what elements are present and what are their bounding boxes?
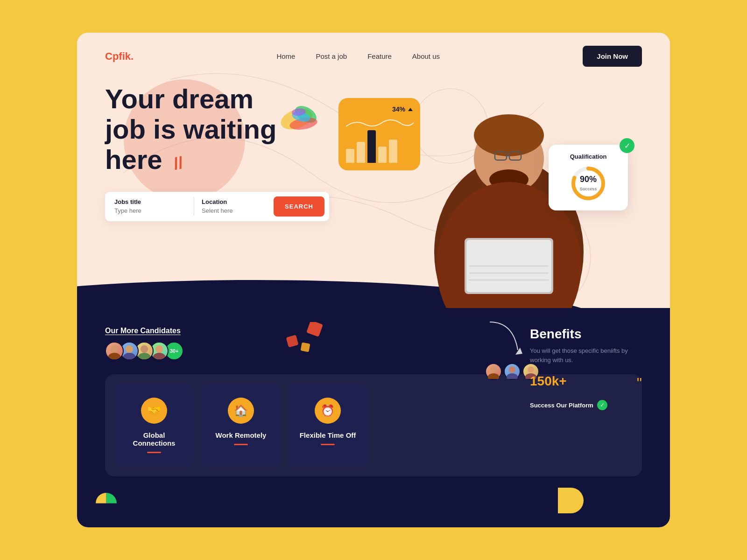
stats-top: 34% [346,105,413,113]
success-platform: Success Our Platform ✓ [530,400,642,410]
bar-5 [389,140,397,163]
jobs-title-label: Jobs title [114,198,186,205]
cubes-decoration [282,322,329,361]
svg-point-28 [123,353,136,359]
page-wrapper: Cpfik. Home Post a job Feature About us … [77,33,670,527]
flexible-time-title: Flexible Time Off [297,431,358,439]
logo: Cpfik. [105,50,134,63]
svg-point-27 [126,345,133,353]
dark-section: Our More Candidates 30+ [77,308,670,527]
work-remotely-icon: 🏠 [228,398,254,424]
svg-rect-22 [306,322,323,337]
svg-point-37 [507,373,518,379]
svg-point-11 [474,114,544,156]
stats-wave [346,117,414,131]
svg-point-31 [155,345,163,353]
qual-percent: 90% Success [580,175,597,192]
hero-slash: // [172,153,184,173]
logo-text: Cpfik [105,50,131,62]
qual-circle: 90% Success [570,165,607,202]
global-connections-title: Global Connections [124,431,184,447]
svg-point-36 [509,366,515,373]
benefit-card-remote: 🏠 Work Remotely [201,384,281,467]
card-line-3 [321,444,335,445]
global-connections-icon: 🤝 [141,398,167,424]
nav-post-job[interactable]: Post a job [316,52,347,60]
hero-section: Cpfik. Home Post a job Feature About us … [77,33,670,308]
benefit-card-timeoff: ⏰ Flexible Time Off [288,384,367,467]
benefits-desc: You will get those specific beniifts by … [530,346,642,364]
join-now-button[interactable]: Join Now [583,46,642,67]
hero-title-line1: Your dream [105,84,254,114]
flexible-time-icon: ⏰ [315,398,341,424]
location-field: Location [202,198,274,215]
success-text: Success Our Platform [530,402,593,409]
benefits-title: Benefits [530,327,642,342]
bar-4 [378,147,387,163]
hero-title-line2: job is waiting [105,114,276,144]
card-line-2 [234,444,248,445]
svg-rect-24 [301,343,310,352]
benefit-card-global: 🤝 Global Connections [114,384,194,467]
small-avatar-2 [504,363,521,380]
svg-point-34 [490,366,497,373]
bar-3 [367,130,376,163]
search-button[interactable]: SEARCH [274,196,324,217]
nav-about[interactable]: About us [412,52,440,60]
hero-content: Your dream job is waiting here // Jobs t… [105,84,329,221]
stats-arrow-icon [408,108,413,111]
svg-point-29 [141,345,148,353]
stats-percent: 34% [392,105,405,113]
search-divider [194,197,194,216]
success-check-icon: ✓ [597,400,607,410]
green-pie-decoration [93,490,119,518]
qual-check-icon: ✓ [620,138,634,153]
avatar-1 [105,342,124,360]
bar-2 [357,142,365,163]
jobs-title-input[interactable] [114,207,186,214]
card-line-1 [147,452,161,453]
hero-title: Your dream job is waiting here // [105,84,329,175]
stats-bars [346,135,413,163]
work-remotely-title: Work Remotely [211,431,271,439]
quote-icon: " [637,376,642,391]
yellow-semicircle [558,488,584,513]
location-label: Location [202,198,274,205]
svg-point-30 [138,353,151,359]
bar-1 [346,149,354,163]
search-bar: Jobs title Location SEARCH [105,192,329,221]
svg-point-25 [111,345,118,353]
navbar: Cpfik. Home Post a job Feature About us … [77,33,670,80]
svg-point-35 [488,373,499,379]
svg-point-26 [108,353,121,359]
benefits-section: Benefits You will get those specific ben… [530,327,642,410]
stats-card: 34% [338,98,420,170]
benefits-stat: 150k+ [530,374,567,389]
location-input[interactable] [202,207,274,214]
small-avatar-1 [485,363,502,380]
svg-marker-33 [515,348,522,355]
nav-links: Home Post a job Feature About us [276,52,440,61]
logo-dot: . [131,50,134,62]
hero-title-line3: here [105,144,162,175]
svg-point-32 [153,353,166,359]
nav-feature[interactable]: Feature [367,52,392,60]
qualification-card: ✓ Qualification 90% Success [549,145,628,210]
svg-rect-23 [286,335,299,348]
nav-home[interactable]: Home [276,52,295,60]
qual-title: Qualification [557,153,620,160]
jobs-title-field: Jobs title [114,198,186,215]
